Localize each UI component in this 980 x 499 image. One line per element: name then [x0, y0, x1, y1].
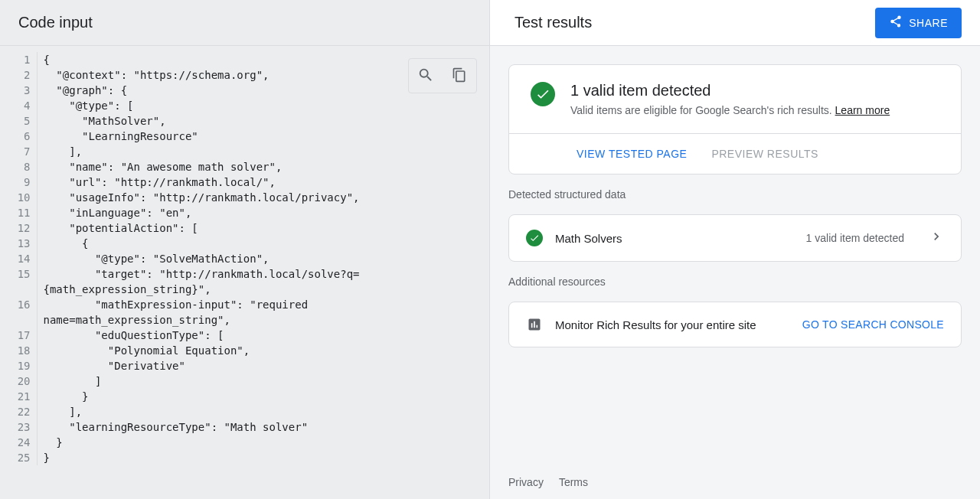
code-copy-button[interactable] [443, 59, 476, 93]
results-panel: Test results SHARE 1 valid item detected [490, 0, 980, 499]
code-input-title: Code input [18, 14, 471, 31]
detected-section-label: Detected structured data [508, 188, 962, 201]
footer-links: Privacy Terms [508, 461, 962, 499]
line-number: 8 [0, 159, 37, 174]
code-line[interactable]: "@context": "https://schema.org", [37, 67, 466, 83]
summary-card: 1 valid item detected Valid items are el… [508, 64, 962, 174]
code-lines: 1{2 "@context": "https://schema.org",3 "… [0, 52, 466, 465]
line-number: 23 [0, 419, 37, 435]
code-line[interactable]: ], [37, 144, 466, 159]
code-line[interactable]: ] [37, 373, 466, 389]
line-number: 17 [0, 328, 37, 343]
code-line[interactable]: { [37, 236, 466, 251]
results-header: Test results SHARE [490, 0, 980, 46]
line-number: 12 [0, 220, 37, 236]
terms-link[interactable]: Terms [559, 476, 588, 488]
check-icon [526, 230, 543, 246]
preview-results-button: PREVIEW RESULTS [711, 148, 818, 160]
line-number: 25 [0, 450, 37, 465]
share-button[interactable]: SHARE [875, 8, 962, 38]
line-number: 4 [0, 98, 37, 113]
line-number: 22 [0, 404, 37, 419]
code-line[interactable]: "eduQuestionType": [ [37, 328, 466, 343]
summary-subtext-text: Valid items are eligible for Google Sear… [570, 104, 835, 116]
line-number: 24 [0, 435, 37, 450]
line-number: 3 [0, 83, 37, 98]
line-number: 9 [0, 174, 37, 190]
line-number: 16 [0, 297, 37, 328]
code-line[interactable]: } [37, 389, 466, 404]
check-icon [531, 82, 555, 106]
resource-card: Monitor Rich Results for your entire sit… [508, 302, 962, 347]
code-input-header: Code input [0, 0, 489, 46]
line-number: 19 [0, 358, 37, 373]
summary-heading: 1 valid item detected [570, 82, 890, 99]
code-line[interactable]: "inLanguage": "en", [37, 205, 466, 220]
privacy-link[interactable]: Privacy [508, 476, 544, 488]
code-editor[interactable]: 1{2 "@context": "https://schema.org",3 "… [0, 46, 489, 499]
line-number: 5 [0, 113, 37, 129]
code-input-panel: Code input 1{2 "@context": "https://sche… [0, 0, 490, 499]
code-line[interactable]: "learningResourceType": "Math solver" [37, 419, 466, 435]
code-line[interactable]: "url": "http://rankmath.local/", [37, 174, 466, 190]
results-title: Test results [514, 14, 592, 31]
code-line[interactable]: } [37, 450, 466, 465]
line-number: 20 [0, 373, 37, 389]
line-number: 15 [0, 266, 37, 297]
resource-text: Monitor Rich Results for your entire sit… [555, 318, 790, 331]
line-number: 13 [0, 236, 37, 251]
copy-icon [452, 67, 467, 85]
code-line[interactable]: "potentialAction": [ [37, 220, 466, 236]
line-number: 14 [0, 251, 37, 266]
line-number: 6 [0, 129, 37, 144]
line-number: 18 [0, 343, 37, 358]
bar-chart-icon [526, 316, 543, 333]
share-icon [889, 15, 903, 31]
code-line[interactable]: ], [37, 404, 466, 419]
code-line[interactable]: } [37, 435, 466, 450]
code-line[interactable]: "Derivative" [37, 358, 466, 373]
line-number: 10 [0, 190, 37, 205]
code-line[interactable]: "LearningResource" [37, 129, 466, 144]
search-icon [417, 67, 434, 86]
learn-more-link[interactable]: Learn more [835, 104, 890, 116]
line-number: 2 [0, 67, 37, 83]
detected-item-status: 1 valid item detected [806, 232, 904, 244]
line-number: 1 [0, 52, 37, 67]
share-button-label: SHARE [909, 17, 948, 29]
code-toolbar [408, 58, 477, 93]
resources-section-label: Additional resources [508, 276, 962, 288]
code-line[interactable]: "@type": "SolveMathAction", [37, 251, 466, 266]
code-line[interactable]: "@type": [ [37, 98, 466, 113]
code-line[interactable]: "Polynomial Equation", [37, 343, 466, 358]
chevron-right-icon [929, 229, 944, 247]
detected-item-card[interactable]: Math Solvers 1 valid item detected [508, 214, 962, 262]
code-line[interactable]: { [37, 52, 466, 67]
code-line[interactable]: "mathExpression-input": "required name=m… [37, 297, 466, 328]
view-tested-page-button[interactable]: VIEW TESTED PAGE [577, 148, 687, 160]
code-search-button[interactable] [409, 59, 443, 93]
code-line[interactable]: "@graph": { [37, 83, 466, 98]
line-number: 11 [0, 205, 37, 220]
code-line[interactable]: "usageInfo": "http://rankmath.local/priv… [37, 190, 466, 205]
line-number: 21 [0, 389, 37, 404]
line-number: 7 [0, 144, 37, 159]
detected-item-name: Math Solvers [555, 232, 794, 245]
code-line[interactable]: "target": "http://rankmath.local/solve?q… [37, 266, 466, 297]
go-to-search-console-button[interactable]: GO TO SEARCH CONSOLE [802, 318, 944, 331]
summary-subtext: Valid items are eligible for Google Sear… [570, 104, 890, 116]
code-line[interactable]: "MathSolver", [37, 113, 466, 129]
code-line[interactable]: "name": "An awesome math solver", [37, 159, 466, 174]
summary-actions: VIEW TESTED PAGE PREVIEW RESULTS [509, 134, 961, 174]
